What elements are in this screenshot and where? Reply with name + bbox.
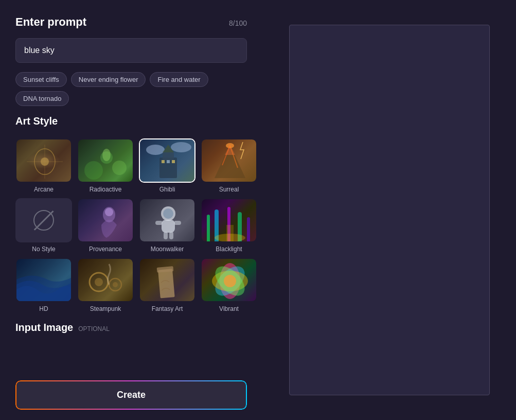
preview-box — [289, 25, 490, 395]
art-style-title: Art Style — [15, 115, 247, 127]
style-thumb-fantasy-art — [139, 258, 195, 302]
style-label-no-style: No Style — [32, 246, 55, 253]
svg-point-40 — [113, 282, 118, 287]
style-item-blacklight[interactable]: Blacklight — [201, 198, 257, 253]
style-label-arcane: Arcane — [34, 186, 54, 193]
svg-rect-25 — [155, 221, 163, 225]
style-thumb-blacklight — [201, 198, 257, 242]
svg-point-47 — [224, 275, 236, 287]
svg-rect-28 — [169, 232, 173, 239]
svg-rect-27 — [164, 232, 168, 239]
style-label-hd: HD — [39, 305, 48, 312]
style-thumb-surreal — [201, 138, 257, 183]
svg-rect-15 — [172, 160, 175, 163]
svg-rect-36 — [226, 225, 234, 242]
prompt-header: Enter prompt 8/100 — [15, 15, 247, 29]
style-label-steampunk: Steampunk — [90, 305, 121, 312]
chips-row: Sunset cliffs Never ending flower Fire a… — [15, 72, 247, 106]
left-panel: Enter prompt 8/100 Sunset cliffs Never e… — [0, 0, 262, 420]
svg-point-5 — [84, 161, 103, 180]
chip-sunset-cliffs[interactable]: Sunset cliffs — [15, 72, 67, 87]
style-thumb-provenance — [77, 198, 134, 242]
art-style-section: Art Style — [15, 115, 247, 129]
style-label-surreal: Surreal — [219, 186, 239, 193]
style-label-ghibli: Ghibli — [159, 186, 175, 193]
right-panel — [262, 0, 516, 420]
prompt-title: Enter prompt — [15, 15, 86, 29]
svg-point-38 — [95, 278, 103, 286]
svg-rect-30 — [207, 215, 210, 242]
svg-rect-13 — [162, 160, 165, 163]
no-style-icon — [33, 210, 54, 231]
svg-rect-34 — [247, 217, 250, 242]
svg-rect-41 — [158, 269, 175, 298]
svg-point-6 — [112, 161, 127, 175]
style-thumb-arcane — [15, 138, 72, 183]
style-item-provenance[interactable]: Provenance — [77, 198, 134, 253]
style-thumb-moonwalker — [139, 198, 195, 242]
style-label-moonwalker: Moonwalker — [151, 246, 184, 253]
style-label-vibrant: Vibrant — [219, 305, 239, 312]
style-item-steampunk[interactable]: Steampunk — [77, 258, 134, 312]
style-item-radioactive[interactable]: Radioactive — [77, 138, 134, 193]
style-item-arcane[interactable]: Arcane — [15, 138, 72, 193]
svg-point-7 — [102, 149, 111, 161]
style-item-ghibli[interactable]: Ghibli — [139, 138, 195, 193]
style-item-hd[interactable]: HD — [15, 258, 72, 312]
svg-point-22 — [105, 208, 113, 216]
style-label-provenance: Provenance — [89, 246, 122, 253]
char-count: 8/100 — [229, 19, 247, 27]
input-image-title: Input Image — [15, 322, 73, 334]
svg-point-8 — [146, 145, 165, 155]
style-label-fantasy-art: Fantasy Art — [152, 305, 183, 312]
style-thumb-radioactive — [77, 138, 134, 183]
chip-fire-and-water[interactable]: Fire and water — [150, 72, 208, 87]
svg-rect-11 — [163, 152, 174, 160]
chip-dna-tornado[interactable]: DNA tornado — [15, 91, 69, 106]
svg-rect-26 — [174, 221, 181, 225]
optional-label: OPTIONAL — [78, 325, 110, 332]
chip-never-ending-flower[interactable]: Never ending flower — [71, 72, 146, 87]
style-label-radioactive: Radioactive — [90, 186, 122, 193]
prompt-input[interactable] — [15, 38, 247, 63]
style-thumb-hd — [15, 258, 72, 302]
style-thumb-ghibli — [139, 138, 195, 183]
style-item-fantasy-art[interactable]: Fantasy Art — [139, 258, 195, 312]
style-label-blacklight: Blacklight — [216, 246, 242, 253]
input-image-section: Input Image OPTIONAL — [15, 322, 247, 336]
svg-point-1 — [41, 157, 49, 166]
svg-point-9 — [171, 142, 191, 152]
svg-rect-24 — [162, 220, 175, 233]
style-thumb-vibrant — [201, 258, 257, 302]
style-thumb-steampunk — [77, 258, 134, 302]
style-thumb-no-style — [15, 198, 72, 242]
create-button[interactable]: Create — [15, 380, 247, 410]
style-item-surreal[interactable]: Surreal — [201, 138, 257, 193]
style-grid: Arcane Radioactive — [15, 138, 247, 312]
style-item-no-style[interactable]: No Style — [15, 198, 72, 253]
svg-rect-14 — [167, 160, 170, 163]
svg-point-29 — [163, 208, 173, 219]
style-item-moonwalker[interactable]: Moonwalker — [139, 198, 195, 253]
style-item-vibrant[interactable]: Vibrant — [201, 258, 257, 312]
